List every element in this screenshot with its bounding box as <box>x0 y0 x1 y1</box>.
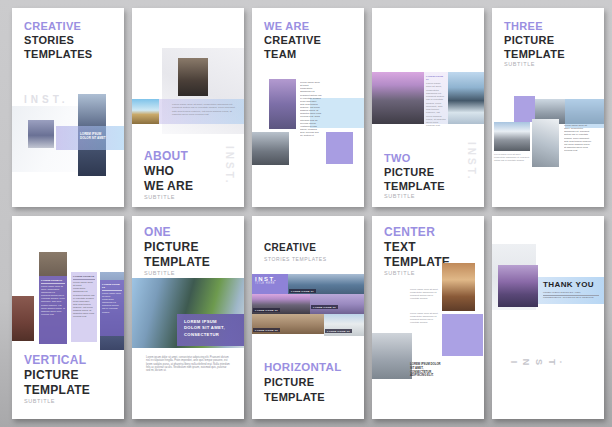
card9-title-block: CENTER TEXT TEMPLATE SUBTITLE <box>384 225 450 276</box>
card6-strip1-label: LOREM IPSUM 01 <box>41 279 65 284</box>
card-center-text-template: CENTER TEXT TEMPLATE SUBTITLE Lorem ipsu… <box>372 216 484 419</box>
card5-title-accent: THREE <box>504 19 565 33</box>
card5-title-block: THREE PICTURE TEMPLATE SUBTITLE <box>504 19 565 67</box>
card-two-picture-template: LOREM IPSUM 01 Lorem ipsum dolor sit ame… <box>372 8 484 207</box>
card-thank-you: THANK YOU LOREM IPSUM DOLOR SIT AMET, CO… <box>492 216 604 419</box>
templates-collage: CREATIVE STORIES TEMPLATES INST. LOREM I… <box>0 0 612 427</box>
card10-sub-block: LOREM IPSUM DOLOR SIT AMET, CONSECTETUR … <box>543 291 599 300</box>
card6-strip-2: LOREM IPSUM 02 Lorem ipsum dolor sit ame… <box>71 272 97 342</box>
card3-street-photo <box>252 132 289 165</box>
card8-collage: INST. TITLE HERE LOREM IPSUM 01 LOREM IP… <box>252 274 364 336</box>
card5-side-text: Lorem ipsum dolor sit amet, consectetur … <box>564 124 592 166</box>
card8-label-3: LOREM IPSUM 02 <box>311 305 338 309</box>
card6-title-line2: TEMPLATE <box>24 383 90 398</box>
card6-subtitle: SUBTITLE <box>24 398 90 404</box>
card-about-who-we-are: Lorem ipsum dolor sit amet, consectetur … <box>132 8 244 207</box>
card3-lavender-square <box>326 132 353 164</box>
card4-watermark: INST. <box>466 142 477 200</box>
card10-sea-photo <box>498 265 538 307</box>
card4-column-text: Lorem ipsum dolor sit amet, consectetur … <box>426 82 446 128</box>
card8-line2: TEMPLATE <box>264 390 342 405</box>
card8-accent: HORIZONTAL <box>264 360 342 375</box>
card5-title-line2: TEMPLATE <box>504 47 565 61</box>
card9-subtitle: SUBTITLE <box>384 270 450 276</box>
card6-strip-1: LOREM IPSUM 01 Lorem ipsum dolor sit ame… <box>39 252 67 344</box>
card4-right-photo <box>448 72 484 124</box>
card8-label-1: LOREM IPSUM 01 <box>289 289 316 293</box>
card6-title-line1: PICTURE <box>24 368 90 383</box>
card8-label-4: LOREM IPSUM 03 <box>253 328 280 332</box>
card10-wm-char-2: N <box>521 359 531 366</box>
card4-title-line2: TEMPLATE <box>384 179 445 193</box>
card2-title-line2: WE ARE <box>144 179 193 194</box>
card-creative-stories-cover: CREATIVE STORIES TEMPLATES INST. LOREM I… <box>12 8 124 207</box>
card4-title-accent: TWO <box>384 151 445 165</box>
card5-caption: Lorem ipsum dolor sit amet, consectetur … <box>494 153 530 162</box>
card7-paragraph: Lorem ipsum dolor sit amet, consectetur … <box>146 356 230 373</box>
card9-paragraph-2: Lorem ipsum dolor sit amet, consectetur … <box>410 312 439 324</box>
card2-title-line1: WHO <box>144 164 193 179</box>
card8-logo-sub: TITLE HERE <box>255 282 288 285</box>
card2-title-accent: ABOUT <box>144 149 193 164</box>
card-three-picture-template: THREE PICTURE TEMPLATE SUBTITLE Lorem ip… <box>492 8 604 207</box>
card4-left-photo <box>372 72 424 124</box>
card3-title-line2: TEAM <box>264 47 321 61</box>
card2-watermark: INST. <box>224 146 235 202</box>
card4-subtitle: SUBTITLE <box>384 193 445 199</box>
card8-title: CREATIVE <box>264 242 316 253</box>
card1-title-line1: STORIES <box>24 33 93 47</box>
card1-small-photo <box>28 120 54 148</box>
card4-title-block: TWO PICTURE TEMPLATE SUBTITLE <box>384 151 445 199</box>
card9-paragraph-1: Lorem ipsum dolor sit amet, consectetur … <box>410 288 439 300</box>
card9-title-line1: TEXT <box>384 240 450 255</box>
card4-column-heading: LOREM IPSUM 01 <box>426 75 446 81</box>
card4-text-column: LOREM IPSUM 01 Lorem ipsum dolor sit ame… <box>424 72 448 124</box>
card7-title-block: ONE PICTURE TEMPLATE SUBTITLE <box>144 225 210 276</box>
card6-title-block: VERTICAL PICTURE TEMPLATE SUBTITLE <box>24 353 90 404</box>
card2-subtitle: SUBTITLE <box>144 194 193 200</box>
card8-label-5: LOREM IPSUM 03 <box>325 329 352 333</box>
card9-title-line2: TEMPLATE <box>384 255 450 270</box>
card1-title-line2: TEMPLATES <box>24 47 93 61</box>
card5-church-photo <box>494 122 530 151</box>
card5-title-line1: PICTURE <box>504 33 565 47</box>
card6-strip3-text: Lorem ipsum dolor sit amet, consectetur … <box>102 292 122 314</box>
card3-title-accent: WE ARE <box>264 19 321 33</box>
card6-strip-3: LOREM IPSUM 03 Lorem ipsum dolor sit ame… <box>100 272 124 350</box>
card4-photo-band: LOREM IPSUM 01 Lorem ipsum dolor sit ame… <box>372 72 484 124</box>
card6-strip3-label: LOREM IPSUM 03 <box>102 283 122 291</box>
card1-caption-line2: DOLOR SIT AMET <box>80 136 120 140</box>
card1-title-accent: CREATIVE <box>24 19 93 33</box>
card7-subtitle: SUBTITLE <box>144 270 210 276</box>
card9-arch-photo <box>442 263 475 311</box>
card10-wm-char-3: S <box>534 359 544 365</box>
card7-overlay-text: LOREM IPSUM DOLOR SIT AMET, CONSECTETUR <box>184 319 244 338</box>
card10-rotated-watermark: I N S T . <box>513 357 564 367</box>
card9-bottom-photo <box>372 333 412 379</box>
card3-side-text: Lorem ipsum dolor sit amet, consectetur … <box>300 81 322 167</box>
card8-label-2: LOREM IPSUM 02 <box>253 308 280 312</box>
card2-field-photo <box>132 99 159 124</box>
card5-subtitle: SUBTITLE <box>504 61 565 67</box>
card4-title-line1: PICTURE <box>384 165 445 179</box>
card1-caption: LOREM IPSUM DOLOR SIT AMET <box>80 132 120 140</box>
card10-wm-char-1: I <box>509 361 519 364</box>
card8-bottom-title-block: HORIZONTAL PICTURE TEMPLATE <box>264 360 342 405</box>
card1-title-block: CREATIVE STORIES TEMPLATES <box>24 19 93 61</box>
card7-title-line1: PICTURE <box>144 240 210 255</box>
card9-title-accent: CENTER <box>384 225 450 240</box>
card6-strip3-overlay: LOREM IPSUM 03 Lorem ipsum dolor sit ame… <box>100 280 124 336</box>
card6-strip1-text: Lorem ipsum dolor sit amet, consectetur … <box>41 285 65 316</box>
card-vertical-picture-template: LOREM IPSUM 01 Lorem ipsum dolor sit ame… <box>12 216 124 419</box>
card2-band-text: Lorem ipsum dolor sit amet, consectetur … <box>172 103 236 116</box>
card3-title-line1: CREATIVE <box>264 33 321 47</box>
card6-strip2-text: Lorem ipsum dolor sit amet, consectetur … <box>73 281 95 319</box>
card6-strip1-overlay: LOREM IPSUM 01 Lorem ipsum dolor sit ame… <box>39 276 67 344</box>
card-one-picture-template: ONE PICTURE TEMPLATE SUBTITLE LOREM IPSU… <box>132 216 244 419</box>
card7-title-accent: ONE <box>144 225 210 240</box>
card2-building-photo <box>178 58 208 96</box>
card2-title-block: ABOUT WHO WE ARE SUBTITLE <box>144 149 193 200</box>
card1-watermark: INST. <box>24 94 68 105</box>
card5-vertical-photo <box>532 119 559 167</box>
card10-sub2: CONSECTETUR ADIPISCING ELIT NOSTRUD <box>543 296 599 300</box>
